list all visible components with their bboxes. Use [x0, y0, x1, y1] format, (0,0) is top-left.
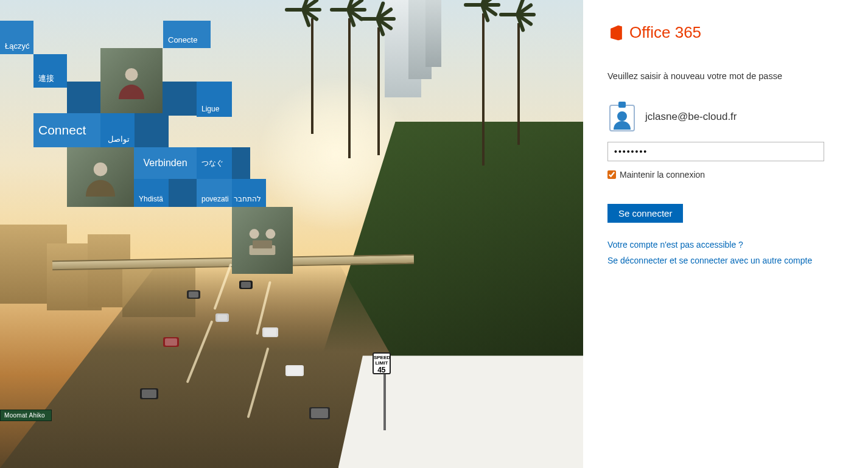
office365-logo: Office 365 — [607, 23, 846, 42]
svg-point-13 — [617, 111, 627, 121]
tile-label: 連接 — [38, 73, 54, 84]
tile-label: Łączyć — [5, 41, 29, 51]
instruction-text: Veuillez saisir à nouveau votre mot de p… — [607, 71, 846, 81]
tile-label: تواصل — [108, 134, 130, 144]
street-sign: Moomat Ahiko — [0, 410, 52, 421]
car — [187, 290, 200, 299]
keep-signed-in-label: Maintenir la connexion — [620, 170, 705, 180]
signin-button[interactable]: Se connecter — [607, 204, 683, 223]
car — [140, 388, 158, 399]
hero-illustration: SPEED LIMIT 45 Moomat Ahiko Łączyć Conec… — [0, 0, 583, 468]
speed-limit-value: 45 — [374, 366, 390, 374]
car — [285, 365, 304, 376]
svg-rect-5 — [253, 240, 272, 248]
tile-label: Verbinden — [143, 158, 187, 169]
palm-tree — [502, 5, 536, 145]
tile-laczyc: Łączyć — [0, 21, 33, 54]
palm-tree — [466, 0, 500, 166]
person-icon — [81, 158, 120, 197]
tile-decorative — [169, 179, 197, 207]
svg-point-2 — [250, 229, 259, 239]
car — [262, 327, 278, 337]
switch-account-link[interactable]: Se déconnecter et se connecter avec un a… — [607, 256, 846, 265]
tile-hebrew: להתחבר — [232, 179, 266, 207]
car — [309, 407, 330, 419]
building — [425, 0, 441, 67]
svg-rect-12 — [618, 102, 626, 108]
svg-point-1 — [94, 162, 107, 176]
tile-label: Yhdistä — [139, 195, 163, 203]
logo-text-office: Office — [629, 23, 670, 41]
tile-decorative — [135, 113, 169, 147]
svg-point-3 — [265, 229, 275, 239]
tile-connect: Connect — [33, 113, 100, 147]
people-laptop-icon — [238, 219, 287, 262]
identity-block: jclasne@be-cloud.fr — [607, 102, 846, 132]
tile-label: povezati — [201, 195, 229, 203]
sign-post — [383, 374, 386, 430]
keep-signed-in[interactable]: Maintenir la connexion — [607, 170, 846, 180]
tile-verbinden: Verbinden — [134, 147, 197, 179]
password-input[interactable] — [607, 142, 824, 161]
tile-photo-person — [100, 48, 163, 113]
tile-decorative — [163, 82, 197, 116]
tile-ligue: Ligue — [197, 82, 232, 117]
tile-twasil: تواصل — [100, 113, 135, 147]
keep-signed-in-checkbox[interactable] — [607, 170, 616, 179]
tile-renjie: 連接 — [33, 54, 67, 88]
tile-label: Conecte — [168, 35, 197, 44]
tile-label: Ligue — [201, 105, 219, 113]
tile-yhdista: Yhdistä — [134, 179, 169, 207]
speed-limit-label: SPEED LIMIT — [374, 355, 390, 366]
person-icon — [113, 63, 150, 99]
palm-tree — [303, 0, 321, 134]
car — [215, 313, 229, 322]
tile-photo-person — [67, 147, 134, 207]
cant-access-link[interactable]: Votre compte n'est pas accessible ? — [607, 240, 846, 250]
tile-povezati: povezati — [197, 179, 232, 207]
tile-conecte: Conecte — [163, 21, 211, 48]
user-badge-icon — [607, 102, 637, 132]
tile-label: להתחבר — [234, 195, 261, 203]
car — [239, 281, 253, 289]
palm-tree — [362, 9, 396, 155]
logo-text: Office 365 — [629, 23, 701, 42]
tile-decorative — [67, 82, 100, 113]
tile-photo-people — [232, 207, 293, 274]
svg-point-0 — [125, 68, 138, 81]
signin-panel: Office 365 Veuillez saisir à nouveau vot… — [583, 0, 868, 468]
tile-decorative — [232, 147, 250, 179]
speed-limit-sign: SPEED LIMIT 45 — [373, 352, 391, 374]
car — [163, 337, 179, 347]
logo-text-365: 365 — [675, 23, 701, 41]
tile-tsunagu: つなぐ — [197, 147, 232, 179]
account-email: jclasne@be-cloud.fr — [645, 111, 737, 123]
tile-label: Connect — [38, 123, 86, 138]
office-icon — [607, 24, 625, 41]
tile-label: つなぐ — [201, 158, 223, 169]
